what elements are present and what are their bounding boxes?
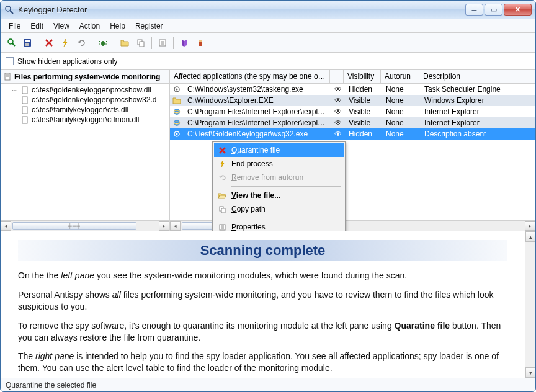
col-autorun[interactable]: Autorun xyxy=(381,70,419,83)
cell-autorun: None xyxy=(382,85,421,94)
context-menu: Quarantine fileEnd processRemove from au… xyxy=(212,141,346,231)
exit-icon[interactable] xyxy=(194,36,207,50)
ie-icon xyxy=(172,107,181,116)
tree-item[interactable]: ⋯c:\test\goldenkeylogger\procshow.dll xyxy=(1,85,169,95)
cell-path: C:\Windows\system32\taskeng.exe xyxy=(184,85,331,94)
context-menu-item[interactable]: End process xyxy=(214,157,344,171)
right-pane: Affected applications (the spy may be on… xyxy=(170,70,535,231)
quarantine-icon[interactable] xyxy=(42,36,56,50)
folder-icon[interactable] xyxy=(118,36,132,50)
filter-bar: Show hidden applications only xyxy=(1,53,535,70)
scroll-right-icon[interactable]: ▸ xyxy=(159,221,169,231)
toolbar xyxy=(1,33,535,53)
cell-autorun: None xyxy=(382,130,421,138)
tree-item[interactable]: ⋯c:\test\familykeylogger\ctfmon.dll xyxy=(1,115,169,125)
cell-path: C:\Program Files\Internet Explorer\iexpl… xyxy=(184,107,331,116)
gear-icon xyxy=(172,130,181,138)
close-button[interactable]: ✕ xyxy=(504,4,532,16)
cell-description: Internet Explorer xyxy=(421,118,535,127)
folder-icon xyxy=(172,96,181,105)
show-hidden-checkbox[interactable] xyxy=(6,57,14,65)
cell-visibility: Hidden xyxy=(345,85,382,94)
svg-rect-5 xyxy=(25,40,30,42)
menu-help[interactable]: Help xyxy=(105,20,130,32)
maximize-button[interactable]: ▭ xyxy=(485,4,502,16)
scroll-down-icon[interactable]: ▾ xyxy=(525,367,535,378)
menu-file[interactable]: File xyxy=(4,20,25,32)
col-eye[interactable] xyxy=(330,70,344,83)
props-icon xyxy=(217,221,228,231)
table-row[interactable]: C:\Test\GoldenKeylogger\wsq32.exe👁Hidden… xyxy=(170,128,535,140)
info-paragraph: On the the left pane you see the system-… xyxy=(18,270,507,282)
table-row[interactable]: C:\Windows\Explorer.EXE👁VisibleNoneWindo… xyxy=(170,95,535,106)
tree-item[interactable]: ⋯c:\test\goldenkeylogger\procshow32.d xyxy=(1,95,169,105)
menu-separator xyxy=(231,186,341,187)
info-paragraph: To remove the spy software, it's enough … xyxy=(18,320,507,344)
save-icon[interactable] xyxy=(20,36,34,50)
col-description[interactable]: Description xyxy=(419,70,535,83)
bolt-icon xyxy=(217,158,228,169)
menu-register[interactable]: Register xyxy=(131,20,168,32)
show-hidden-label[interactable]: Show hidden applications only xyxy=(17,57,117,66)
scan-icon[interactable] xyxy=(4,36,18,50)
svg-point-36 xyxy=(176,133,178,135)
table-row[interactable]: C:\Program Files\Internet Explorer\iexpl… xyxy=(170,117,535,128)
eye-icon: 👁 xyxy=(331,85,345,94)
left-pane-header[interactable]: Files performing system-wide monitoring xyxy=(1,70,169,84)
col-application[interactable]: Affected applications (the spy may be on… xyxy=(170,70,330,83)
tree-item-label: c:\test\goldenkeylogger\procshow32.d xyxy=(32,96,156,104)
scroll-right-icon[interactable]: ▸ xyxy=(525,221,535,231)
eye-icon: 👁 xyxy=(331,107,345,116)
cell-path: C:\Windows\Explorer.EXE xyxy=(184,96,331,105)
left-pane: Files performing system-wide monitoring … xyxy=(1,70,170,231)
tree-item-label: c:\test\familykeylogger\ctfmon.dll xyxy=(32,115,139,124)
menu-item-label: Remove from autorun xyxy=(231,173,303,182)
menu-view[interactable]: View xyxy=(49,20,74,32)
tree-body[interactable]: ⋯c:\test\goldenkeylogger\procshow.dll ⋯c… xyxy=(1,84,169,220)
tree-item-label: c:\test\familykeylogger\ctfs.dll xyxy=(32,105,128,114)
svg-point-2 xyxy=(8,39,13,44)
toolbar-sep xyxy=(114,37,114,49)
cell-visibility: Visible xyxy=(345,118,382,127)
svg-rect-28 xyxy=(22,117,27,123)
table-row[interactable]: C:\Program Files\Internet Explorer\iexpl… xyxy=(170,106,535,117)
context-menu-item[interactable]: Properties xyxy=(214,220,344,231)
col-visibility[interactable]: Visibility xyxy=(344,70,381,83)
props-icon[interactable] xyxy=(156,36,169,50)
info-heading: Scanning complete xyxy=(18,240,507,261)
title-text: Keylogger Detector xyxy=(18,5,465,14)
bug-icon[interactable] xyxy=(96,36,110,50)
left-scrollbar[interactable]: ◂ ╪╪╪ ▸ xyxy=(1,220,169,231)
status-bar: Quarantine the selected file xyxy=(1,378,535,391)
book-icon[interactable] xyxy=(177,36,191,50)
title-bar[interactable]: Keylogger Detector ─ ▭ ✕ xyxy=(1,1,535,19)
context-menu-item: Remove from autorun xyxy=(214,171,344,184)
menu-item-label: View the file... xyxy=(231,191,280,200)
svg-rect-27 xyxy=(22,107,27,114)
info-paragraph: Personal Antispy shows all files perform… xyxy=(18,289,507,313)
tree-item[interactable]: ⋯c:\test\familykeylogger\ctfs.dll xyxy=(1,105,169,115)
info-vertical-scrollbar[interactable]: ▴ ▾ xyxy=(525,231,535,378)
cell-visibility: Visible xyxy=(345,107,382,116)
copy-icon[interactable] xyxy=(134,36,148,50)
svg-point-0 xyxy=(6,6,11,11)
scroll-left-icon[interactable]: ◂ xyxy=(1,221,11,231)
table-row[interactable]: C:\Windows\system32\taskeng.exe👁HiddenNo… xyxy=(170,84,535,95)
menu-edit[interactable]: Edit xyxy=(26,20,48,32)
svg-rect-6 xyxy=(25,43,29,46)
minimize-button[interactable]: ─ xyxy=(465,4,483,16)
dll-icon xyxy=(20,96,29,104)
bolt-icon[interactable] xyxy=(58,36,72,50)
left-pane-header-text: Files performing system-wide monitoring xyxy=(14,73,160,81)
x-red-icon xyxy=(217,145,228,156)
undo-icon[interactable] xyxy=(74,36,88,50)
context-menu-item[interactable]: Quarantine file xyxy=(214,143,344,157)
context-menu-item[interactable]: Copy path xyxy=(214,202,344,216)
scroll-up-icon[interactable]: ▴ xyxy=(525,231,535,242)
menu-item-label: Quarantine file xyxy=(231,146,280,154)
menu-action[interactable]: Action xyxy=(75,20,104,32)
gear-icon xyxy=(172,85,181,94)
scroll-left-icon[interactable]: ◂ xyxy=(170,221,181,231)
context-menu-item[interactable]: View the file... xyxy=(214,189,344,202)
info-content: Scanning complete On the the left pane y… xyxy=(1,231,525,378)
